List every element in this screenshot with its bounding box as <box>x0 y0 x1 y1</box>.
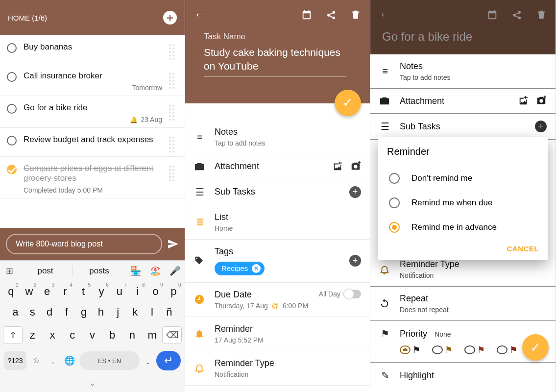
add-photo-icon[interactable] <box>350 161 361 172</box>
emoji-icon[interactable]: 🏖️ <box>145 266 165 276</box>
confirm-fab[interactable]: ✓ <box>335 90 361 116</box>
drag-handle-icon[interactable] <box>169 44 178 60</box>
repeat-row[interactable]: Repeat Does not repeat <box>370 287 556 321</box>
attachment-row[interactable]: Attachment <box>370 89 556 114</box>
add-photo-icon[interactable] <box>536 96 547 106</box>
task-row[interactable]: Review budget and track expenses <box>0 128 185 157</box>
priority-option[interactable]: ⚑ <box>432 344 453 355</box>
task-checkbox[interactable] <box>7 104 17 114</box>
key-ñ[interactable]: ñ <box>162 306 176 318</box>
shift-key[interactable]: ⇧ <box>3 326 23 344</box>
confirm-fab[interactable]: ✓ <box>522 334 549 361</box>
key-l[interactable]: l <box>145 306 160 318</box>
tags-row[interactable]: Tags Recipes ✕ + <box>185 240 370 283</box>
task-row[interactable]: Buy bananas <box>0 35 185 64</box>
keyboard-grid-icon[interactable]: ⊞ <box>0 266 19 276</box>
globe-key[interactable]: 🌐 <box>63 355 76 366</box>
reminder-row[interactable]: Reminder 17 Aug 5:52 PM <box>185 317 370 351</box>
backspace-key[interactable]: ⌫ <box>162 326 182 344</box>
drag-handle-icon[interactable] <box>169 105 178 121</box>
add-image-icon[interactable] <box>333 161 343 172</box>
all-day-toggle[interactable]: All Day <box>319 290 361 298</box>
key-q[interactable]: q1 <box>3 285 18 298</box>
key-b[interactable]: b <box>105 329 120 342</box>
key-t[interactable]: t5 <box>76 285 91 298</box>
key-e[interactable]: e3 <box>40 285 54 298</box>
tag-chip[interactable]: Recipes ✕ <box>215 262 265 275</box>
key-x[interactable]: x <box>45 329 60 342</box>
priority-option[interactable]: ⚑ <box>464 344 485 355</box>
reminder-type-row[interactable]: Reminder Type Notification <box>185 351 370 386</box>
delete-icon[interactable] <box>536 9 547 20</box>
key-z[interactable]: z <box>25 329 40 342</box>
key-s[interactable]: s <box>25 306 40 318</box>
key-c[interactable]: c <box>65 329 80 342</box>
task-row[interactable]: Compare prices of eggs at different groc… <box>0 157 185 198</box>
enter-key[interactable]: ↵ <box>156 351 181 370</box>
drag-handle-icon[interactable] <box>169 166 178 181</box>
key-n[interactable]: n <box>125 329 140 342</box>
share-icon[interactable] <box>511 9 522 20</box>
key-a[interactable]: a <box>8 306 23 318</box>
notes-row[interactable]: ≡ Notes Tap to add notes <box>185 120 370 154</box>
task-checkbox[interactable] <box>7 43 17 53</box>
task-checkbox[interactable] <box>7 72 17 82</box>
calendar-icon[interactable] <box>487 9 498 20</box>
emoji-key[interactable]: ☺ <box>29 356 43 365</box>
back-button[interactable]: ← <box>379 7 392 22</box>
radio-selected-icon[interactable] <box>389 222 400 233</box>
radio-icon[interactable] <box>389 197 400 208</box>
add-tag-button[interactable]: + <box>349 255 361 267</box>
dialog-cancel-button[interactable]: CANCEL <box>507 245 539 253</box>
drag-handle-icon[interactable] <box>169 137 178 152</box>
mic-icon[interactable]: 🎤 <box>165 266 185 276</box>
task-checkbox-checked[interactable] <box>7 165 17 174</box>
notes-row[interactable]: ≡ Notes Tap to add notes <box>370 54 556 89</box>
add-subtask-button[interactable]: + <box>535 121 547 132</box>
collapse-keyboard-icon[interactable]: ⌄ <box>0 375 185 392</box>
key-k[interactable]: k <box>128 306 143 318</box>
space-key[interactable]: ES • EN <box>79 351 140 370</box>
sticker-icon[interactable]: 🏪 <box>126 266 145 276</box>
key-o[interactable]: o9 <box>148 285 163 298</box>
due-date-row[interactable]: Due Date Thursday, 17 Aug @ 6:00 PM All … <box>185 283 370 317</box>
period-key[interactable]: . <box>143 355 153 367</box>
key-i[interactable]: i8 <box>130 285 145 298</box>
priority-option[interactable]: ⚑ <box>400 344 420 355</box>
suggestion[interactable]: post <box>19 266 73 276</box>
remove-tag-icon[interactable]: ✕ <box>252 264 261 273</box>
radio-icon[interactable] <box>389 173 400 184</box>
priority-option[interactable]: ⚑ <box>497 344 517 355</box>
key-f[interactable]: f <box>59 306 74 318</box>
add-subtask-button[interactable]: + <box>349 186 361 198</box>
key-v[interactable]: v <box>85 329 99 342</box>
numeric-key[interactable]: ?123 <box>4 351 26 370</box>
switch-icon[interactable] <box>344 290 361 298</box>
dialog-option[interactable]: Don't remind me <box>387 166 539 191</box>
key-y[interactable]: y6 <box>94 285 109 298</box>
dialog-option[interactable]: Remind me in advance <box>387 215 539 240</box>
delete-icon[interactable] <box>350 9 361 20</box>
list-row[interactable]: ≣ List Home <box>185 205 370 240</box>
key-d[interactable]: d <box>42 306 57 318</box>
subtasks-row[interactable]: ☰ Sub Tasks + <box>185 179 370 205</box>
back-button[interactable]: ← <box>194 7 207 22</box>
drag-handle-icon[interactable] <box>169 73 178 89</box>
send-icon[interactable] <box>167 238 179 250</box>
subtasks-row[interactable]: ☰ Sub Tasks + <box>370 114 556 140</box>
task-checkbox[interactable] <box>7 136 17 146</box>
key-p[interactable]: p0 <box>166 285 181 298</box>
key-g[interactable]: g <box>76 306 91 318</box>
quick-add-input[interactable]: Write 800-word blog post <box>6 234 162 254</box>
repeat-row[interactable]: Repeat Does not repeat <box>185 386 370 392</box>
comma-key[interactable]: , <box>46 356 60 365</box>
key-w[interactable]: w2 <box>22 285 36 298</box>
key-u[interactable]: u7 <box>112 285 127 298</box>
key-r[interactable]: r4 <box>58 285 73 298</box>
task-row[interactable]: Go for a bike ride 🔔 23 Aug <box>0 96 185 128</box>
add-task-button[interactable]: ＋ <box>163 11 177 24</box>
attachment-row[interactable]: Attachment <box>185 154 370 179</box>
suggestion[interactable]: posts <box>73 266 126 276</box>
highlight-row[interactable]: ✎ Highlight <box>370 363 556 388</box>
key-h[interactable]: h <box>94 306 108 318</box>
